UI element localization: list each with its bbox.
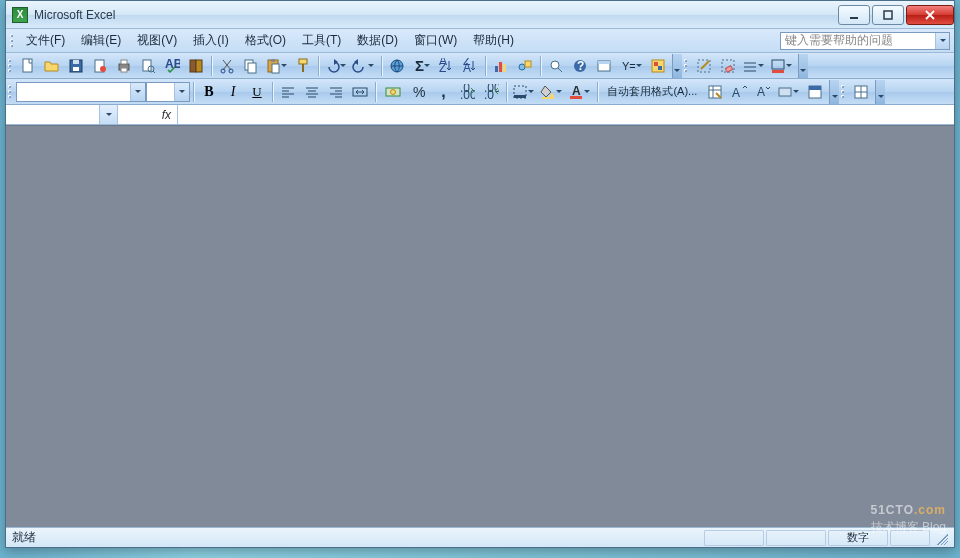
drawing-icon[interactable] xyxy=(514,55,536,77)
menu-insert[interactable]: 插入(I) xyxy=(185,30,236,51)
menu-window[interactable]: 窗口(W) xyxy=(406,30,465,51)
svg-rect-63 xyxy=(779,88,791,96)
open-folder-icon[interactable] xyxy=(41,55,63,77)
window-title: Microsoft Excel xyxy=(34,8,115,22)
border-erase-icon[interactable] xyxy=(717,55,739,77)
sort-asc-icon[interactable]: AZ xyxy=(435,55,457,77)
sort-desc-icon[interactable]: ZA xyxy=(459,55,481,77)
menubar-gripper[interactable] xyxy=(10,32,16,50)
borders-toolbar-gripper[interactable] xyxy=(684,57,690,75)
comma-style-icon[interactable]: , xyxy=(432,81,454,103)
menu-view[interactable]: 视图(V) xyxy=(129,30,185,51)
menu-data[interactable]: 数据(D) xyxy=(349,30,406,51)
borders-toolbar-overflow[interactable] xyxy=(798,54,808,78)
toolbar-separator xyxy=(506,82,507,102)
svg-rect-21 xyxy=(271,59,275,62)
merge-center-icon[interactable] xyxy=(349,81,371,103)
name-box[interactable] xyxy=(6,105,118,124)
fill-color-icon[interactable] xyxy=(539,81,565,103)
undo-icon[interactable] xyxy=(323,55,349,77)
svg-rect-45 xyxy=(725,65,732,71)
cell-style-icon[interactable] xyxy=(776,81,802,103)
italic-button[interactable]: I xyxy=(222,81,244,103)
format-cells-icon[interactable] xyxy=(704,81,726,103)
borders-dropdown-icon[interactable] xyxy=(511,81,537,103)
format-painter-icon[interactable] xyxy=(292,55,314,77)
toolbar-separator xyxy=(597,82,598,102)
spellcheck-icon[interactable]: ABC xyxy=(161,55,183,77)
cut-icon[interactable] xyxy=(216,55,238,77)
svg-rect-57 xyxy=(542,97,554,99)
underline-button[interactable]: U xyxy=(246,81,268,103)
svg-rect-24 xyxy=(302,64,304,72)
window-split-icon[interactable] xyxy=(850,81,872,103)
standard-toolbar-overflow[interactable] xyxy=(672,54,682,78)
formula-input[interactable] xyxy=(178,105,954,124)
svg-rect-30 xyxy=(495,66,498,72)
toolbar-separator xyxy=(381,56,382,76)
conditional-format-icon[interactable] xyxy=(804,81,826,103)
autofilter-icon[interactable]: Y= xyxy=(617,55,645,77)
extra-toolbar-overflow[interactable] xyxy=(875,80,885,104)
print-preview-icon[interactable] xyxy=(137,55,159,77)
minimize-button[interactable] xyxy=(838,5,870,25)
font-name-combo[interactable] xyxy=(16,82,146,102)
formatting-toolbar-gripper[interactable] xyxy=(8,83,14,101)
formatting-toolbar-overflow[interactable] xyxy=(829,80,839,104)
currency-icon[interactable] xyxy=(380,81,406,103)
show-hide-icon[interactable] xyxy=(593,55,615,77)
font-size-combo[interactable] xyxy=(146,82,190,102)
ms-help-icon[interactable]: ? xyxy=(569,55,591,77)
menu-tools[interactable]: 工具(T) xyxy=(294,30,349,51)
svg-rect-34 xyxy=(525,61,531,67)
autoformat-button[interactable]: 自动套用格式(A)... xyxy=(602,81,702,103)
font-color-icon[interactable]: A xyxy=(567,81,593,103)
save-icon[interactable] xyxy=(65,55,87,77)
close-button[interactable] xyxy=(906,5,954,25)
svg-rect-14 xyxy=(190,60,196,72)
standard-toolbar-gripper[interactable] xyxy=(8,57,14,75)
excel-app-icon xyxy=(12,7,28,23)
increase-decimal-icon[interactable]: .0.00 xyxy=(456,81,478,103)
align-center-icon[interactable] xyxy=(301,81,323,103)
menu-edit[interactable]: 编辑(E) xyxy=(73,30,129,51)
svg-point-33 xyxy=(519,64,525,70)
menu-help[interactable]: 帮助(H) xyxy=(465,30,522,51)
chart-wizard-icon[interactable] xyxy=(490,55,512,77)
menu-format[interactable]: 格式(O) xyxy=(237,30,294,51)
redo-icon[interactable] xyxy=(351,55,377,77)
border-style-icon[interactable] xyxy=(741,55,767,77)
research-icon[interactable] xyxy=(185,55,207,77)
bold-button[interactable]: B xyxy=(198,81,220,103)
help-search-dropdown-icon[interactable] xyxy=(935,33,949,49)
percent-icon[interactable]: % xyxy=(408,81,430,103)
align-left-icon[interactable] xyxy=(277,81,299,103)
help-search-box[interactable]: 键入需要帮助的问题 xyxy=(780,32,950,50)
border-draw-icon[interactable] xyxy=(693,55,715,77)
hyperlink-icon[interactable] xyxy=(386,55,408,77)
maximize-button[interactable] xyxy=(872,5,904,25)
fx-label: fx xyxy=(162,108,171,122)
name-box-dropdown-icon[interactable] xyxy=(99,105,117,124)
menu-file[interactable]: 文件(F) xyxy=(18,30,73,51)
increase-font-icon[interactable]: A xyxy=(728,81,750,103)
insert-function-button[interactable]: fx xyxy=(118,105,178,124)
zoom-icon[interactable] xyxy=(545,55,567,77)
font-name-dropdown-icon[interactable] xyxy=(130,83,145,101)
permission-icon[interactable] xyxy=(89,55,111,77)
svg-text:.0: .0 xyxy=(484,88,494,100)
align-right-icon[interactable] xyxy=(325,81,347,103)
resize-grip-icon[interactable] xyxy=(934,531,948,545)
print-icon[interactable] xyxy=(113,55,135,77)
highlight-changes-icon[interactable] xyxy=(647,55,669,77)
decrease-font-icon[interactable]: A xyxy=(752,81,774,103)
font-size-dropdown-icon[interactable] xyxy=(174,83,189,101)
new-doc-icon[interactable] xyxy=(17,55,39,77)
extra-toolbar-gripper[interactable] xyxy=(841,83,847,101)
paste-icon[interactable] xyxy=(264,55,290,77)
autosum-icon[interactable]: Σ xyxy=(410,55,433,77)
copy-icon[interactable] xyxy=(240,55,262,77)
svg-rect-9 xyxy=(121,60,127,64)
decrease-decimal-icon[interactable]: .00.0 xyxy=(480,81,502,103)
border-color-icon[interactable] xyxy=(769,55,795,77)
